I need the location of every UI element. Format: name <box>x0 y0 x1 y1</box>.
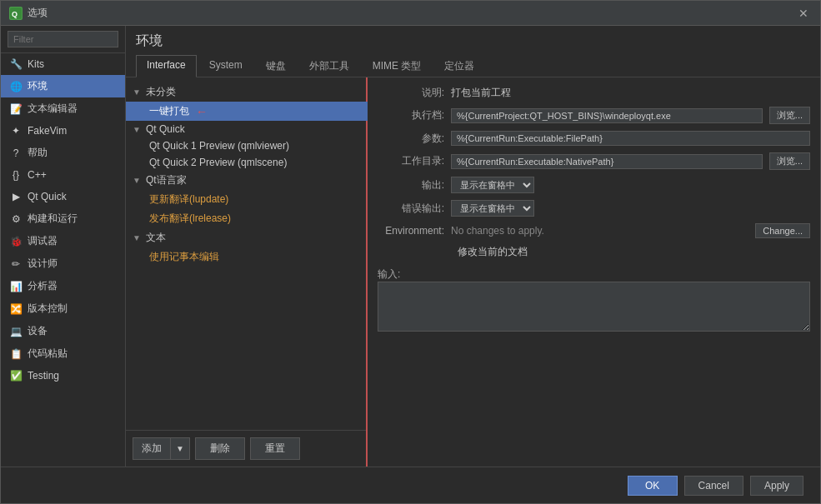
close-button[interactable]: ✕ <box>795 5 812 22</box>
sidebar-item-label: Qt Quick <box>28 191 67 202</box>
tree-item-label: 使用记事本编辑 <box>149 250 219 264</box>
tab-mime[interactable]: MIME 类型 <box>362 55 433 77</box>
sidebar-item-label: 版本控制 <box>28 302 68 316</box>
sidebar-item-codepaste[interactable]: 📋 代码粘贴 <box>1 342 125 365</box>
workdir-row: 工作目录: 浏览... <box>378 152 810 170</box>
tree-item-text[interactable]: ▼ 文本 <box>126 228 368 247</box>
reset-button[interactable]: 重置 <box>250 437 300 460</box>
designer-icon: ✏ <box>9 257 23 271</box>
tab-interface[interactable]: Interface <box>136 55 197 77</box>
tree-arrow-qt-quick: ▼ <box>133 125 143 134</box>
tree-item-one-key-pack[interactable]: 一键打包 ← <box>126 102 368 121</box>
browse-workdir-button[interactable]: 浏览... <box>769 152 810 170</box>
tree-item-qt-quick-1[interactable]: Qt Quick 1 Preview (qmlviewer) <box>126 137 368 154</box>
tree-item-label: Qt Quick 2 Preview (qmlscene) <box>149 157 287 168</box>
tree-item-label: 发布翻译(lrelease) <box>149 212 231 226</box>
delete-button[interactable]: 删除 <box>195 437 245 460</box>
sidebar-item-designer[interactable]: ✏ 设计师 <box>1 252 125 275</box>
tree-item-lrelease[interactable]: 发布翻译(lrelease) <box>126 209 368 228</box>
environment-label: Environment: <box>378 225 444 237</box>
output-select[interactable]: 显示在窗格中 <box>451 177 534 193</box>
tree-item-label: 文本 <box>146 231 166 245</box>
details-panel: 说明: 打包当前工程 执行档: 浏览... 参数: <box>368 77 820 467</box>
app-icon: Q <box>9 7 23 20</box>
tree-item-lupdate[interactable]: 更新翻译(lupdate) <box>126 190 368 209</box>
devices-icon: 💻 <box>9 325 23 338</box>
error-output-label: 错误输出: <box>378 202 444 216</box>
sidebar-item-label: 设计师 <box>28 257 58 271</box>
title-bar: Q 选项 ✕ <box>1 1 820 26</box>
main-window: Q 选项 ✕ 🔧 Kits 🌐 环境 📝 <box>0 0 821 504</box>
description-value: 打包当前工程 <box>451 86 810 100</box>
tree-item-label: 未分类 <box>146 85 176 99</box>
sidebar-item-label: 帮助 <box>28 146 48 160</box>
sidebar-item-devices[interactable]: 💻 设备 <box>1 320 125 342</box>
sidebar-item-debugger[interactable]: 🐞 调试器 <box>1 230 125 252</box>
add-dropdown-button[interactable]: ▼ <box>170 437 190 460</box>
environment-row: Environment: No changes to apply. Change… <box>378 223 810 238</box>
sidebar-item-cpp[interactable]: {} C++ <box>1 164 125 186</box>
sidebar-item-analyzer[interactable]: 📊 分析器 <box>1 275 125 297</box>
apply-button[interactable]: Apply <box>750 476 803 496</box>
cancel-button[interactable]: Cancel <box>684 476 743 496</box>
ok-button[interactable]: OK <box>628 476 678 496</box>
codepaste-icon: 📋 <box>9 347 23 361</box>
tab-locator[interactable]: 定位器 <box>433 55 485 77</box>
sidebar-item-qt-quick[interactable]: ▶ Qt Quick <box>1 186 125 207</box>
input-textarea[interactable] <box>378 282 810 332</box>
tab-external-tools[interactable]: 外部工具 <box>298 55 360 77</box>
args-input[interactable] <box>451 131 810 146</box>
footer-bar: OK Cancel Apply <box>1 467 820 503</box>
add-button[interactable]: 添加 <box>133 437 170 460</box>
sidebar-item-text-editor[interactable]: 📝 文本编辑器 <box>1 97 125 120</box>
page-title: 环境 <box>136 32 810 50</box>
sidebar-item-label: C++ <box>28 169 47 181</box>
tree-item-notepad[interactable]: 使用记事本编辑 <box>126 247 368 267</box>
main-header: 环境 Interface System 键盘 外部工具 MIME 类型 定位器 <box>126 26 820 77</box>
workdir-input[interactable] <box>451 154 763 169</box>
args-row: 参数: <box>378 131 810 146</box>
change-button[interactable]: Change... <box>755 223 810 238</box>
help-icon: ? <box>9 147 23 160</box>
kits-icon: 🔧 <box>9 57 23 71</box>
sidebar-item-label: 调试器 <box>28 234 58 248</box>
tree-arrow-text: ▼ <box>133 233 143 242</box>
vcs-icon: 🔀 <box>9 302 23 316</box>
tree-item-qt-linguist[interactable]: ▼ Qt语言家 <box>126 171 368 190</box>
main-body: ▼ 未分类 一键打包 ← ▼ Qt Quick <box>126 77 820 467</box>
tree-item-label: 一键打包 <box>149 104 189 118</box>
build-run-icon: ⚙ <box>9 212 23 226</box>
sidebar-item-fakevim[interactable]: ✦ FakeVim <box>1 120 125 142</box>
title-bar-left: Q 选项 <box>9 6 48 20</box>
modify-text-row: 修改当前的文档 <box>378 245 810 259</box>
tree-item-qt-quick-2[interactable]: Qt Quick 2 Preview (qmlscene) <box>126 154 368 171</box>
tree-container: ▼ 未分类 一键打包 ← ▼ Qt Quick <box>126 77 368 467</box>
browse-executable-button[interactable]: 浏览... <box>769 107 810 124</box>
filter-input[interactable] <box>8 31 118 47</box>
tree-item-qt-quick[interactable]: ▼ Qt Quick <box>126 121 368 137</box>
analyzer-icon: 📊 <box>9 280 23 293</box>
sidebar-item-testing[interactable]: ✅ Testing <box>1 365 125 387</box>
svg-text:Q: Q <box>12 10 18 18</box>
tree-item-label: Qt Quick <box>146 123 185 135</box>
tree-item-unclassified[interactable]: ▼ 未分类 <box>126 82 368 102</box>
executable-input[interactable] <box>451 108 763 123</box>
sidebar-item-vcs[interactable]: 🔀 版本控制 <box>1 297 125 320</box>
tree-item-label: Qt语言家 <box>146 173 187 187</box>
workdir-label: 工作目录: <box>378 154 444 168</box>
cpp-icon: {} <box>9 168 23 182</box>
sidebar: 🔧 Kits 🌐 环境 📝 文本编辑器 ✦ FakeVim ? 帮助 <box>1 26 126 467</box>
sidebar-item-environment[interactable]: 🌐 环境 <box>1 75 125 97</box>
debugger-icon: 🐞 <box>9 235 23 248</box>
executable-row: 执行档: 浏览... <box>378 107 810 124</box>
output-row: 输出: 显示在窗格中 <box>378 177 810 193</box>
tab-keyboard[interactable]: 键盘 <box>255 55 297 77</box>
sidebar-item-help[interactable]: ? 帮助 <box>1 142 125 164</box>
tab-system[interactable]: System <box>198 55 253 77</box>
error-output-select[interactable]: 显示在窗格中 <box>451 200 534 217</box>
sidebar-item-build-run[interactable]: ⚙ 构建和运行 <box>1 207 125 230</box>
window-title: 选项 <box>28 6 48 20</box>
description-label: 说明: <box>378 86 444 100</box>
sidebar-item-kits[interactable]: 🔧 Kits <box>1 53 125 75</box>
sidebar-item-label: 构建和运行 <box>28 212 78 226</box>
